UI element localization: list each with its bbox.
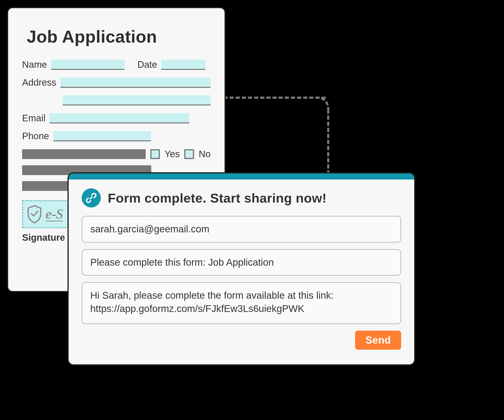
row-address-2 <box>22 95 210 105</box>
name-label: Name <box>22 59 47 70</box>
modal-title: Form complete. Start sharing now! <box>108 190 327 206</box>
shield-check-icon <box>27 205 42 223</box>
row-name-date: Name Date <box>22 59 210 70</box>
form-title: Job Application <box>27 27 210 47</box>
redacted-question-1 <box>22 149 146 159</box>
yes-label: Yes <box>164 149 180 159</box>
yes-checkbox[interactable] <box>150 149 160 159</box>
share-modal: Form complete. Start sharing now! sarah.… <box>67 172 415 365</box>
row-phone: Phone <box>22 131 210 141</box>
row-address-1: Address <box>22 77 210 88</box>
email-field[interactable] <box>50 113 189 123</box>
connector-line-vertical <box>327 110 329 175</box>
row-email: Email <box>22 113 210 123</box>
signature-placeholder-script: e-S <box>46 207 63 221</box>
modal-header: Form complete. Start sharing now! <box>82 188 401 207</box>
address-line2-field[interactable] <box>63 95 210 105</box>
connector-line-horizontal <box>223 97 326 99</box>
no-label: No <box>199 149 210 159</box>
name-field[interactable] <box>51 60 125 70</box>
address-line1-field[interactable] <box>60 78 210 88</box>
message-textarea[interactable]: Hi Sarah, please complete the form avail… <box>82 282 401 324</box>
email-label: Email <box>22 113 45 123</box>
phone-field[interactable] <box>53 131 151 141</box>
link-icon <box>82 188 101 207</box>
date-field[interactable] <box>161 60 205 70</box>
phone-label: Phone <box>22 131 49 141</box>
date-label: Date <box>138 59 157 70</box>
recipient-input[interactable]: sarah.garcia@geemail.com <box>82 216 401 243</box>
address-label: Address <box>22 77 56 88</box>
modal-accent-bar <box>69 173 414 179</box>
connector-line-corner <box>315 97 329 111</box>
send-button[interactable]: Send <box>355 331 401 350</box>
subject-input[interactable]: Please complete this form: Job Applicati… <box>82 249 401 276</box>
no-checkbox[interactable] <box>184 149 194 159</box>
